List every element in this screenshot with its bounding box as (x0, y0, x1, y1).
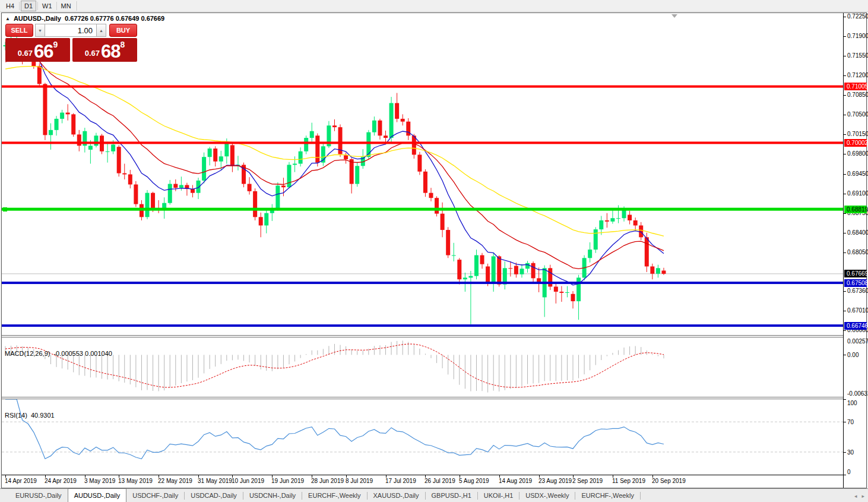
macd-axis-tick (844, 355, 846, 355)
date-axis-label: 8 Jul 2019 (346, 478, 373, 484)
sell-button[interactable]: SELL (5, 24, 33, 37)
price-axis-tick (844, 174, 846, 175)
date-axis-label: 24 Apr 2019 (45, 478, 77, 484)
toolbar-separator (37, 2, 38, 10)
chart-shift-marker-icon[interactable] (671, 14, 677, 18)
price-axis-tick (844, 154, 846, 154)
rsi-scale-label: 70 (847, 419, 854, 425)
date-axis-label: 14 Aug 2019 (499, 478, 532, 484)
macd-title: MACD(12,26,9) (5, 350, 50, 357)
pane-divider[interactable] (2, 397, 866, 399)
chart-tab-usdx-weekly[interactable]: USDX-,Weekly (519, 489, 575, 502)
chart-tab-eurchf-weekly[interactable]: EURCHF-,Weekly (575, 489, 639, 502)
price-axis-tick (844, 36, 846, 37)
bid-main: 66 (34, 43, 53, 60)
date-axis-label: 5 Aug 2019 (459, 478, 489, 484)
rsi-scale-label: 30 (847, 449, 854, 456)
hline-anchor-marker[interactable] (3, 207, 7, 211)
tab-scroll-left-icon[interactable]: ◂ (854, 493, 857, 499)
chart-tab-audusd-daily[interactable]: AUDUSD-,Daily (68, 488, 127, 502)
volume-increase-icon[interactable]: ▲ (96, 24, 106, 37)
one-click-collapse-icon[interactable]: ▲ (5, 16, 10, 21)
bid-pip: 9 (53, 40, 58, 49)
rsi-label: RSI(14) 40.9301 (5, 412, 55, 419)
date-axis-label: 17 Jul 2019 (385, 478, 416, 484)
price-axis-label: 0.70150 (847, 131, 868, 137)
ask-main: 68 (101, 43, 120, 60)
rsi-canvas[interactable] (2, 399, 843, 475)
date-axis-label: 22 May 2019 (158, 478, 192, 484)
price-axis-tick (844, 330, 846, 331)
symbol-title: AUDUSD-,Daily (14, 15, 61, 22)
chart-tab-usdcnh-daily[interactable]: USDCNH-,Daily (243, 489, 302, 502)
tab-scroll-arrows: ◂ ▸ (854, 489, 864, 502)
chart-plot-area[interactable]: ▲ AUDUSD-,Daily 0.67726 0.67776 0.67649 … (2, 13, 843, 488)
price-axis-label: 0.69100 (847, 190, 868, 197)
date-axis-label: 10 Jun 2019 (232, 478, 264, 484)
chart-tab-gbpusd-h1[interactable]: GBPUSD-,H1 (426, 489, 477, 502)
price-badge: 0.68819 (844, 206, 867, 213)
date-axis-label: 11 Sep 2019 (612, 478, 645, 484)
rsi-axis-tick (844, 475, 846, 475)
price-axis-label: 0.71200 (847, 72, 868, 78)
chart-tab-eurusd-daily[interactable]: EURUSD-,Daily (9, 489, 68, 502)
chart-tab-eurchf-weekly[interactable]: EURCHF-,Weekly (302, 489, 366, 502)
price-axis-tick (844, 213, 846, 214)
price-axis-label: 0.67010 (847, 307, 868, 314)
price-badge: 0.70002 (844, 139, 867, 147)
macd-scale-zero: 0.00 (847, 352, 859, 358)
rsi-axis-tick (844, 452, 846, 453)
rsi-axis-tick (844, 399, 846, 400)
price-axis-label: 0.67360 (847, 288, 868, 294)
rsi-scale-label: 0 (847, 469, 851, 475)
price-axis-label: 0.69450 (847, 171, 868, 177)
chart-tab-usdcad-daily[interactable]: USDCAD-,Daily (185, 489, 243, 502)
price-axis-label: 0.72250 (847, 13, 868, 20)
ask-quote[interactable]: 0.67 68 8 (72, 38, 137, 62)
price-axis-label: 0.68400 (847, 229, 868, 236)
price-badge: 0.67508 (844, 279, 867, 287)
date-axis-label: 2 Sep 2019 (572, 478, 603, 484)
price-axis[interactable]: 0.722500.719000.715500.712000.708500.705… (843, 13, 866, 488)
date-axis-label: 31 May 2019 (198, 478, 232, 484)
chart-window: ▲ AUDUSD-,Daily 0.67726 0.67776 0.67649 … (1, 12, 867, 488)
volume-input[interactable] (45, 24, 96, 37)
price-axis-tick (844, 291, 846, 292)
price-axis-tick (844, 115, 846, 115)
date-axis-label: 3 May 2019 (84, 478, 115, 484)
date-axis-label: 26 Jul 2019 (425, 478, 455, 484)
price-badge: 0.67669 (844, 270, 867, 277)
chart-tab-usdchf-daily[interactable]: USDCHF-,Daily (126, 489, 184, 502)
bid-quote[interactable]: 0.67 66 9 (5, 38, 70, 62)
chart-tab-ukoil-h1[interactable]: UKOil-,H1 (478, 489, 519, 502)
tf-button-h4[interactable]: H4 (2, 1, 18, 11)
one-click-trade-panel: SELL ▼ ▲ BUY 0.67 66 9 0.67 (5, 24, 137, 62)
price-axis-label: 0.70500 (847, 111, 868, 118)
price-axis-label: 0.69800 (847, 150, 868, 157)
price-axis-tick (844, 233, 846, 233)
price-axis-tick (844, 17, 846, 17)
volume-stepper: ▼ ▲ (35, 24, 107, 37)
macd-scale-max: 0.002574 (847, 338, 868, 345)
tab-scroll-right-icon[interactable]: ▸ (861, 493, 864, 499)
tf-button-mn[interactable]: MN (58, 1, 74, 11)
price-axis-label: 0.71900 (847, 33, 868, 39)
rsi-scale-label: 100 (847, 400, 857, 406)
price-axis-tick (844, 56, 846, 56)
buy-button[interactable]: BUY (109, 24, 137, 37)
price-badge: 0.71005 (844, 83, 867, 90)
macd-label: MACD(12,26,9) -0.000553 0.001040 (5, 350, 112, 357)
rsi-axis-tick (844, 422, 846, 422)
tf-button-d1[interactable]: D1 (21, 1, 36, 11)
pane-divider[interactable] (2, 335, 866, 337)
volume-decrease-icon[interactable]: ▼ (35, 24, 45, 37)
date-axis-label: 20 Sep 2019 (652, 478, 686, 484)
tf-button-w1[interactable]: W1 (39, 1, 55, 11)
toolbar-separator (77, 1, 78, 11)
date-axis[interactable]: 14 Apr 201924 Apr 20193 May 201913 May 2… (2, 475, 866, 488)
macd-canvas[interactable] (2, 337, 843, 397)
ohlc-values: 0.67726 0.67776 0.67649 0.67669 (65, 15, 164, 22)
date-axis-label: 23 Aug 2019 (538, 478, 572, 484)
chart-tab-xauusd-daily[interactable]: XAUUSD-,Daily (368, 489, 425, 502)
price-axis-label: 0.71550 (847, 52, 868, 59)
